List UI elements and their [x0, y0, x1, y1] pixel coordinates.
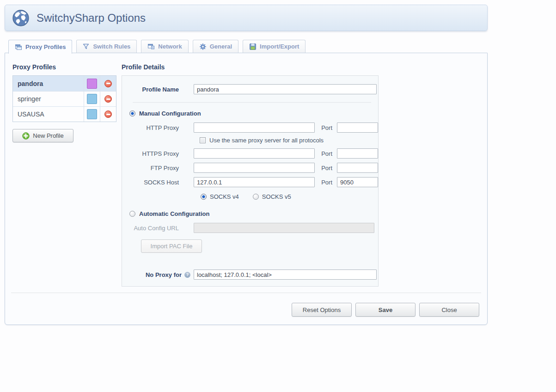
globe-logo-icon — [12, 9, 30, 27]
gear-icon — [199, 43, 207, 50]
import-pac-file-button[interactable]: Import PAC File — [141, 239, 202, 253]
https-proxy-input[interactable] — [194, 148, 315, 159]
auto-config-url-input[interactable] — [194, 223, 374, 233]
profile-name: pandora — [13, 76, 84, 91]
tab-label: Switch Rules — [93, 43, 130, 50]
delete-profile-icon[interactable] — [104, 95, 112, 103]
details-section: Profile Details Profile Name Manual Conf… — [122, 63, 379, 287]
socks-v4-label: SOCKS v4 — [210, 193, 239, 200]
no-proxy-for-input[interactable] — [194, 270, 377, 280]
close-button[interactable]: Close — [419, 303, 479, 317]
profiles-section: Proxy Profiles pandora springer — [12, 63, 116, 142]
disk-icon — [249, 43, 257, 50]
http-proxy-input[interactable] — [194, 122, 315, 133]
funnel-icon — [83, 43, 90, 50]
profile-name-label: Profile Name — [122, 86, 179, 93]
help-icon[interactable]: ? — [184, 272, 190, 278]
save-button[interactable]: Save — [355, 303, 415, 317]
tab-general[interactable]: General — [193, 40, 238, 53]
socks-v5-label: SOCKS v5 — [262, 193, 291, 200]
details-panel: Profile Name Manual Configuration HTTP P… — [122, 75, 379, 287]
delete-profile-icon[interactable] — [104, 80, 112, 87]
https-proxy-label: HTTPS Proxy — [122, 150, 179, 157]
tab-import-export[interactable]: Import/Export — [243, 40, 305, 53]
profiles-heading: Proxy Profiles — [12, 63, 116, 71]
network-icon — [147, 43, 155, 50]
page-title: SwitchySharp Options — [37, 12, 146, 24]
profile-name: USAUSA — [13, 107, 84, 122]
automatic-configuration-label: Automatic Configuration — [139, 210, 209, 217]
tab-switch-rules[interactable]: Switch Rules — [76, 40, 137, 53]
options-panel: Proxy Profiles pandora springer — [5, 53, 488, 325]
manual-configuration-label: Manual Configuration — [139, 110, 201, 117]
profile-row-usausa[interactable]: USAUSA — [13, 106, 116, 122]
tab-label: Network — [158, 43, 182, 50]
tab-label: Import/Export — [260, 43, 299, 50]
same-proxy-label: Use the same proxy server for all protoc… — [209, 137, 324, 144]
https-port-input[interactable] — [337, 148, 378, 159]
http-port-input[interactable] — [337, 122, 378, 133]
profiles-icon — [15, 43, 22, 51]
profile-color-swatch[interactable] — [87, 79, 97, 89]
divider — [133, 102, 371, 103]
tab-label: General — [210, 43, 232, 50]
reset-options-button[interactable]: Reset Options — [292, 303, 352, 317]
profile-color-swatch[interactable] — [87, 109, 97, 119]
socks-host-input[interactable] — [194, 177, 315, 187]
ftp-proxy-label: FTP Proxy — [122, 165, 179, 172]
new-profile-label: New Profile — [33, 132, 63, 139]
footer-divider — [11, 293, 481, 293]
delete-profile-icon[interactable] — [104, 110, 112, 118]
auto-config-url-label: Auto Config URL — [122, 225, 179, 232]
tab-label: Proxy Profiles — [25, 43, 66, 50]
ftp-port-input[interactable] — [337, 163, 378, 173]
port-label: Port — [321, 179, 332, 186]
socks-host-label: SOCKS Host — [122, 179, 179, 186]
profile-name: springer — [13, 92, 84, 106]
profile-row-springer[interactable]: springer — [13, 91, 116, 106]
socks-v5-radio[interactable] — [253, 194, 259, 200]
manual-configuration-radio[interactable] — [129, 110, 135, 116]
header: SwitchySharp Options — [5, 5, 488, 31]
profile-list: pandora springer USAUSA — [12, 75, 116, 122]
no-proxy-for-label: No Proxy for ? — [122, 271, 190, 278]
port-label: Port — [321, 150, 332, 157]
footer-buttons: Reset Options Save Close — [292, 303, 479, 317]
same-proxy-checkbox[interactable] — [200, 137, 206, 143]
profile-row-pandora[interactable]: pandora — [13, 76, 116, 91]
socks-v4-radio[interactable] — [201, 194, 207, 200]
tab-network[interactable]: Network — [141, 40, 188, 53]
tab-bar: Proxy Profiles Switch Rules Network — [8, 40, 305, 54]
http-proxy-label: HTTP Proxy — [122, 124, 179, 131]
new-profile-button[interactable]: New Profile — [12, 129, 73, 142]
automatic-configuration-radio[interactable] — [129, 211, 135, 217]
socks-port-input[interactable] — [337, 177, 378, 187]
profile-color-swatch[interactable] — [87, 94, 97, 104]
port-label: Port — [321, 124, 332, 131]
ftp-proxy-input[interactable] — [194, 163, 315, 173]
plus-icon — [22, 132, 30, 140]
details-heading: Profile Details — [122, 63, 379, 71]
profile-name-input[interactable] — [194, 84, 377, 94]
port-label: Port — [321, 165, 332, 172]
tab-proxy-profiles[interactable]: Proxy Profiles — [8, 40, 72, 54]
